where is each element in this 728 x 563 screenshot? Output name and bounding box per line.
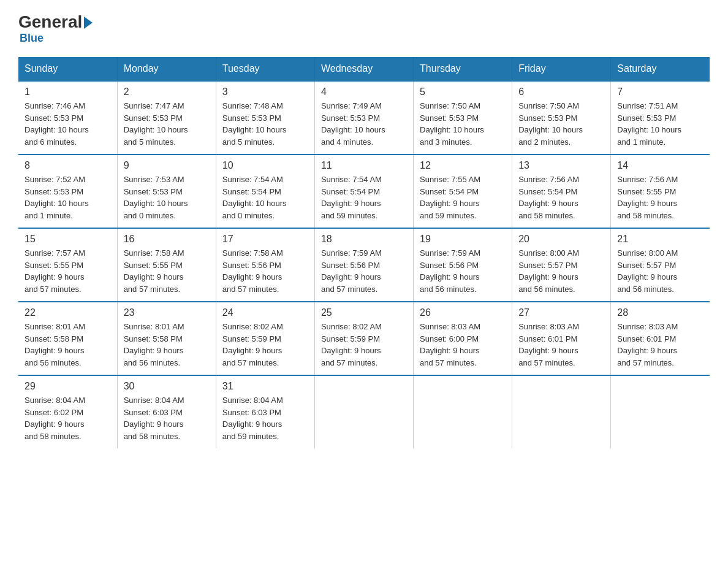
day-info: Sunrise: 8:01 AM Sunset: 5:58 PM Dayligh… (25, 321, 111, 369)
calendar-cell: 1Sunrise: 7:46 AM Sunset: 5:53 PM Daylig… (18, 81, 117, 155)
logo-general-text: General (18, 12, 82, 32)
calendar-cell: 8Sunrise: 7:52 AM Sunset: 5:53 PM Daylig… (18, 155, 117, 228)
day-info: Sunrise: 7:52 AM Sunset: 5:53 PM Dayligh… (25, 174, 111, 221)
day-info: Sunrise: 7:47 AM Sunset: 5:53 PM Dayligh… (124, 100, 210, 148)
day-number: 25 (321, 307, 407, 318)
day-number: 28 (617, 307, 703, 318)
day-number: 21 (617, 234, 703, 245)
col-header-saturday: Saturday (611, 57, 710, 81)
day-number: 22 (25, 307, 111, 318)
day-info: Sunrise: 8:04 AM Sunset: 6:02 PM Dayligh… (25, 394, 111, 442)
day-info: Sunrise: 8:00 AM Sunset: 5:57 PM Dayligh… (617, 247, 703, 295)
day-info: Sunrise: 7:54 AM Sunset: 5:54 PM Dayligh… (321, 174, 407, 221)
day-info: Sunrise: 7:50 AM Sunset: 5:53 PM Dayligh… (420, 100, 506, 148)
day-info: Sunrise: 8:02 AM Sunset: 5:59 PM Dayligh… (222, 321, 308, 369)
day-info: Sunrise: 7:58 AM Sunset: 5:55 PM Dayligh… (124, 247, 210, 295)
col-header-sunday: Sunday (18, 57, 117, 81)
calendar-cell (414, 375, 512, 448)
day-info: Sunrise: 7:58 AM Sunset: 5:56 PM Dayligh… (222, 247, 308, 295)
day-info: Sunrise: 7:54 AM Sunset: 5:54 PM Dayligh… (222, 174, 308, 221)
calendar-cell: 30Sunrise: 8:04 AM Sunset: 6:03 PM Dayli… (117, 375, 216, 448)
calendar-cell: 4Sunrise: 7:49 AM Sunset: 5:53 PM Daylig… (314, 81, 413, 155)
calendar-cell: 20Sunrise: 8:00 AM Sunset: 5:57 PM Dayli… (512, 228, 611, 302)
day-number: 31 (222, 381, 308, 392)
col-header-friday: Friday (512, 57, 611, 81)
day-info: Sunrise: 7:56 AM Sunset: 5:54 PM Dayligh… (518, 174, 604, 221)
calendar-cell: 17Sunrise: 7:58 AM Sunset: 5:56 PM Dayli… (216, 228, 314, 302)
day-info: Sunrise: 7:46 AM Sunset: 5:53 PM Dayligh… (25, 100, 111, 148)
day-number: 15 (25, 234, 111, 245)
day-number: 27 (518, 307, 604, 318)
day-info: Sunrise: 8:04 AM Sunset: 6:03 PM Dayligh… (124, 394, 210, 442)
calendar-cell: 26Sunrise: 8:03 AM Sunset: 6:00 PM Dayli… (414, 302, 512, 375)
day-info: Sunrise: 8:01 AM Sunset: 5:58 PM Dayligh… (124, 321, 210, 369)
calendar-cell: 18Sunrise: 7:59 AM Sunset: 5:56 PM Dayli… (314, 228, 413, 302)
day-number: 9 (124, 160, 210, 171)
calendar-cell (314, 375, 413, 448)
week-row-1: 1Sunrise: 7:46 AM Sunset: 5:53 PM Daylig… (18, 81, 710, 155)
day-info: Sunrise: 7:49 AM Sunset: 5:53 PM Dayligh… (321, 100, 407, 148)
day-info: Sunrise: 7:56 AM Sunset: 5:55 PM Dayligh… (617, 174, 703, 221)
day-number: 30 (124, 381, 210, 392)
calendar-cell: 29Sunrise: 8:04 AM Sunset: 6:02 PM Dayli… (18, 375, 117, 448)
calendar-cell: 27Sunrise: 8:03 AM Sunset: 6:01 PM Dayli… (512, 302, 611, 375)
calendar-cell: 7Sunrise: 7:51 AM Sunset: 5:53 PM Daylig… (611, 81, 710, 155)
calendar-cell: 13Sunrise: 7:56 AM Sunset: 5:54 PM Dayli… (512, 155, 611, 228)
day-number: 12 (420, 160, 506, 171)
calendar-cell: 16Sunrise: 7:58 AM Sunset: 5:55 PM Dayli… (117, 228, 216, 302)
day-number: 10 (222, 160, 308, 171)
day-number: 6 (518, 86, 604, 98)
week-row-2: 8Sunrise: 7:52 AM Sunset: 5:53 PM Daylig… (18, 155, 710, 228)
col-header-thursday: Thursday (414, 57, 512, 81)
calendar-cell: 21Sunrise: 8:00 AM Sunset: 5:57 PM Dayli… (611, 228, 710, 302)
day-number: 29 (25, 381, 111, 392)
col-header-tuesday: Tuesday (216, 57, 314, 81)
week-row-5: 29Sunrise: 8:04 AM Sunset: 6:02 PM Dayli… (18, 375, 710, 448)
day-info: Sunrise: 8:03 AM Sunset: 6:01 PM Dayligh… (518, 321, 604, 369)
day-number: 24 (222, 307, 308, 318)
calendar-table: SundayMondayTuesdayWednesdayThursdayFrid… (18, 57, 710, 448)
calendar-cell: 10Sunrise: 7:54 AM Sunset: 5:54 PM Dayli… (216, 155, 314, 228)
calendar-cell (512, 375, 611, 448)
calendar-cell: 24Sunrise: 8:02 AM Sunset: 5:59 PM Dayli… (216, 302, 314, 375)
calendar-cell: 25Sunrise: 8:02 AM Sunset: 5:59 PM Dayli… (314, 302, 413, 375)
day-info: Sunrise: 7:59 AM Sunset: 5:56 PM Dayligh… (321, 247, 407, 295)
day-number: 19 (420, 234, 506, 245)
week-row-4: 22Sunrise: 8:01 AM Sunset: 5:58 PM Dayli… (18, 302, 710, 375)
day-number: 7 (617, 86, 703, 98)
day-info: Sunrise: 8:03 AM Sunset: 6:01 PM Dayligh… (617, 321, 703, 369)
day-number: 1 (25, 86, 111, 98)
day-number: 3 (222, 86, 308, 98)
day-number: 20 (518, 234, 604, 245)
day-info: Sunrise: 7:51 AM Sunset: 5:53 PM Dayligh… (617, 100, 703, 148)
calendar-cell: 23Sunrise: 8:01 AM Sunset: 5:58 PM Dayli… (117, 302, 216, 375)
calendar-cell: 28Sunrise: 8:03 AM Sunset: 6:01 PM Dayli… (611, 302, 710, 375)
logo-triangle-icon (84, 17, 93, 29)
day-number: 14 (617, 160, 703, 171)
calendar-cell: 11Sunrise: 7:54 AM Sunset: 5:54 PM Dayli… (314, 155, 413, 228)
day-info: Sunrise: 7:59 AM Sunset: 5:56 PM Dayligh… (420, 247, 506, 295)
day-info: Sunrise: 7:57 AM Sunset: 5:55 PM Dayligh… (25, 247, 111, 295)
page-header: General Blue (18, 12, 710, 45)
day-info: Sunrise: 7:55 AM Sunset: 5:54 PM Dayligh… (420, 174, 506, 221)
day-number: 2 (124, 86, 210, 98)
calendar-cell: 14Sunrise: 7:56 AM Sunset: 5:55 PM Dayli… (611, 155, 710, 228)
calendar-cell: 9Sunrise: 7:53 AM Sunset: 5:53 PM Daylig… (117, 155, 216, 228)
calendar-cell: 15Sunrise: 7:57 AM Sunset: 5:55 PM Dayli… (18, 228, 117, 302)
day-info: Sunrise: 8:04 AM Sunset: 6:03 PM Dayligh… (222, 394, 308, 442)
day-number: 26 (420, 307, 506, 318)
day-number: 5 (420, 86, 506, 98)
day-info: Sunrise: 7:48 AM Sunset: 5:53 PM Dayligh… (222, 100, 308, 148)
day-number: 16 (124, 234, 210, 245)
col-header-monday: Monday (117, 57, 216, 81)
calendar-cell: 3Sunrise: 7:48 AM Sunset: 5:53 PM Daylig… (216, 81, 314, 155)
calendar-cell: 6Sunrise: 7:50 AM Sunset: 5:53 PM Daylig… (512, 81, 611, 155)
col-header-wednesday: Wednesday (314, 57, 413, 81)
calendar-cell: 5Sunrise: 7:50 AM Sunset: 5:53 PM Daylig… (414, 81, 512, 155)
week-row-3: 15Sunrise: 7:57 AM Sunset: 5:55 PM Dayli… (18, 228, 710, 302)
day-number: 8 (25, 160, 111, 171)
day-info: Sunrise: 8:02 AM Sunset: 5:59 PM Dayligh… (321, 321, 407, 369)
day-number: 13 (518, 160, 604, 171)
calendar-cell: 31Sunrise: 8:04 AM Sunset: 6:03 PM Dayli… (216, 375, 314, 448)
day-info: Sunrise: 7:53 AM Sunset: 5:53 PM Dayligh… (124, 174, 210, 221)
